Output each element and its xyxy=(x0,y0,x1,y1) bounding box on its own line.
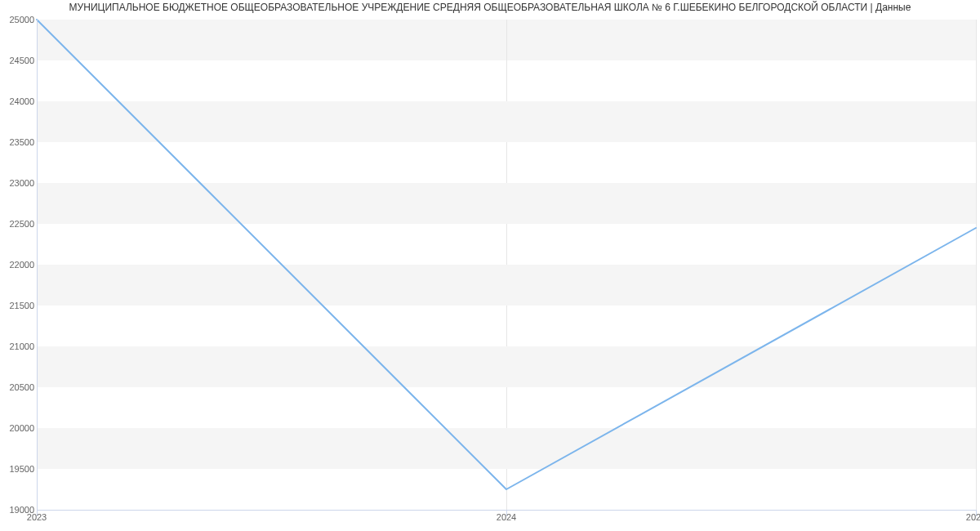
y-tick-label: 20500 xyxy=(9,382,34,392)
y-tick-label: 19500 xyxy=(9,464,34,474)
chart-title: МУНИЦИПАЛЬНОЕ БЮДЖЕТНОЕ ОБЩЕОБРАЗОВАТЕЛЬ… xyxy=(0,2,980,13)
y-axis-line xyxy=(37,20,38,510)
x-tick-label: 2025 xyxy=(966,512,980,522)
y-tick-label: 24000 xyxy=(9,96,34,106)
x-gridline xyxy=(976,20,977,510)
x-tick-label: 2024 xyxy=(497,512,516,522)
y-tick-label: 23000 xyxy=(9,178,34,188)
y-tick-label: 24500 xyxy=(9,56,34,65)
line-series-svg xyxy=(37,20,976,510)
y-tick-label: 21500 xyxy=(9,301,34,310)
y-tick-label: 22500 xyxy=(9,219,34,229)
data-line xyxy=(37,20,976,489)
y-tick-label: 23500 xyxy=(9,137,34,147)
y-tick-label: 22000 xyxy=(9,260,34,270)
plot-area xyxy=(37,20,976,510)
x-tick-label: 2023 xyxy=(27,512,47,522)
y-tick-label: 21000 xyxy=(9,341,34,351)
y-tick-label: 25000 xyxy=(9,15,34,25)
y-tick-label: 20000 xyxy=(9,423,34,433)
